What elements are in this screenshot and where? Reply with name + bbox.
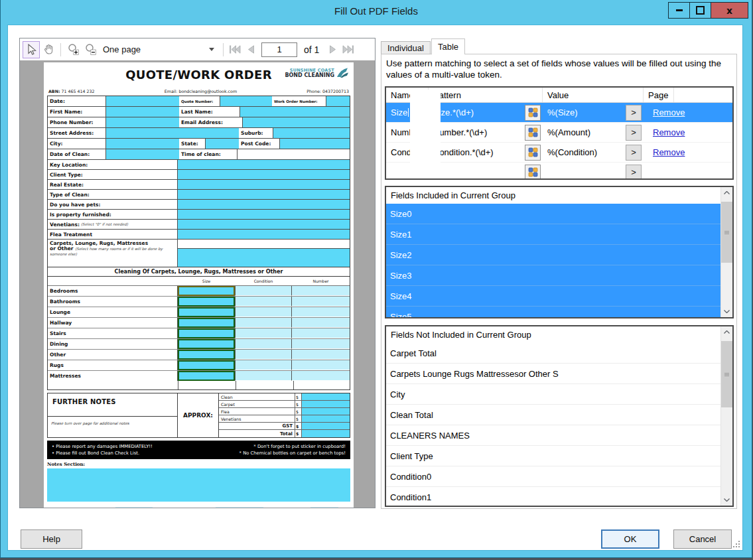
pdf-field-phone-number[interactable] [106, 117, 179, 127]
pdf-field-time-of-clean[interactable] [238, 149, 350, 159]
pdf-field-number[interactable] [292, 297, 350, 307]
close-button[interactable]: x [711, 2, 748, 19]
pdf-field-last-name[interactable] [240, 107, 350, 117]
value-token-cell[interactable]: %(Size) [543, 107, 626, 117]
page-number-input[interactable] [261, 42, 297, 57]
scrollbar-thumb[interactable] [721, 341, 732, 407]
page-cell[interactable] [410, 90, 441, 180]
included-field-item[interactable]: Size0 [386, 204, 721, 224]
token-menu-button[interactable]: > [626, 125, 642, 141]
ok-button[interactable]: OK [601, 529, 659, 549]
pdf-field-real-estate[interactable] [178, 180, 350, 189]
pdf-field-client-type[interactable] [178, 170, 350, 179]
scroll-up-button[interactable] [721, 326, 732, 338]
excluded-field-item[interactable]: Carpets Lounge Rugs Mattressesor Other S [386, 364, 721, 384]
included-field-item[interactable]: Size1 [386, 224, 721, 245]
included-field-item[interactable]: Size5 [386, 307, 721, 317]
pdf-field-quote-number[interactable] [220, 96, 272, 106]
pattern-regex-cell[interactable]: Number.*(\d+) [429, 127, 525, 137]
excluded-field-item[interactable]: Carpet Total [386, 343, 721, 364]
pdf-field-amount[interactable] [302, 401, 350, 407]
pdf-canvas[interactable]: QUOTE/WORK ORDER SUNSHINE COAST BOND CLE… [20, 60, 375, 508]
field-picker-button[interactable] [525, 165, 541, 180]
tab-table[interactable]: Table [431, 38, 465, 54]
remove-link[interactable]: Remove [653, 127, 732, 137]
pdf-field-work-order[interactable] [326, 96, 350, 106]
pattern-regex-cell[interactable]: Size.*(\d+) [429, 107, 525, 117]
pdf-field-key-location[interactable] [178, 160, 350, 169]
pdf-field-condition[interactable] [235, 339, 292, 349]
remove-link[interactable]: Remove [653, 107, 732, 117]
last-page-button[interactable] [340, 42, 356, 57]
field-picker-button[interactable] [525, 145, 541, 161]
excluded-field-item[interactable]: CLEANERS NAMES [386, 425, 721, 446]
scroll-down-button[interactable] [721, 306, 732, 317]
pdf-field-amount[interactable] [302, 430, 350, 437]
pdf-field-number[interactable] [292, 360, 350, 370]
pdf-field-suburb[interactable] [273, 128, 350, 138]
pdf-field-venetians[interactable] [178, 220, 350, 229]
pan-tool-button[interactable] [40, 41, 57, 58]
excluded-field-item[interactable]: Client Type [386, 446, 721, 466]
included-field-item[interactable]: Size4 [386, 286, 721, 307]
pdf-field-hours-for-job[interactable] [115, 507, 153, 508]
field-picker-button[interactable] [525, 125, 541, 141]
excluded-field-item[interactable]: Condition1 [386, 487, 721, 506]
excluded-field-item[interactable]: Clean Total [386, 405, 721, 425]
pdf-field-amount[interactable] [302, 408, 350, 415]
pattern-regex-cell[interactable]: Condition.*(\d+) [429, 147, 525, 157]
included-field-item[interactable]: Size3 [386, 265, 721, 286]
tab-individual[interactable]: Individual [381, 41, 431, 54]
pdf-field-size[interactable] [178, 360, 235, 370]
next-page-button[interactable] [324, 42, 340, 57]
pdf-field-total-hours[interactable] [310, 507, 338, 508]
pdf-field-condition[interactable] [235, 297, 292, 307]
pdf-field-condition[interactable] [235, 328, 292, 338]
first-page-button[interactable] [227, 42, 243, 57]
pdf-field-email-address[interactable] [243, 117, 350, 127]
pdf-field-furnished[interactable] [178, 210, 350, 219]
excluded-field-item[interactable]: City [386, 384, 721, 405]
pdf-field-condition[interactable] [235, 307, 292, 317]
pdf-field-amount[interactable] [302, 423, 350, 429]
pdf-field-condition[interactable] [235, 286, 292, 296]
pdf-field-how-many-cleaners[interactable] [216, 507, 263, 508]
pdf-field-size[interactable] [178, 307, 235, 317]
pdf-field-notes[interactable] [47, 468, 350, 502]
pdf-field-type-of-clean[interactable] [178, 190, 350, 199]
excluded-field-item[interactable]: Condition0 [386, 466, 721, 487]
pdf-field-first-name[interactable] [106, 107, 179, 117]
pdf-field-size[interactable] [178, 371, 235, 381]
title-bar[interactable]: Fill Out PDF Fields x [1, 0, 752, 25]
value-token-cell[interactable]: %(Condition) [543, 147, 626, 157]
pdf-field-number[interactable] [292, 286, 350, 296]
pdf-field-number[interactable] [292, 307, 350, 317]
minimize-button[interactable] [668, 2, 690, 19]
token-menu-button[interactable]: > [626, 145, 642, 161]
scroll-down-button[interactable] [721, 494, 732, 506]
pdf-field-condition[interactable] [235, 360, 292, 370]
field-picker-button[interactable] [525, 105, 541, 121]
pdf-field-street-address[interactable] [106, 128, 239, 138]
token-menu-button[interactable]: > [626, 105, 642, 121]
pdf-field-post-code[interactable] [280, 139, 350, 149]
pdf-field-condition[interactable] [235, 371, 292, 381]
pdf-field-size[interactable] [178, 286, 235, 296]
cancel-button[interactable]: Cancel [673, 529, 732, 549]
pdf-field-number[interactable] [292, 371, 350, 381]
pdf-field-number[interactable] [292, 328, 350, 338]
maximize-button[interactable] [689, 2, 711, 19]
pdf-field-size[interactable] [178, 318, 235, 328]
pdf-field-carpets[interactable] [178, 249, 350, 267]
pdf-field-size[interactable] [178, 297, 235, 307]
pdf-field-city[interactable] [106, 139, 179, 149]
pdf-field-amount[interactable] [302, 415, 350, 422]
pdf-field-state[interactable] [206, 139, 239, 149]
token-menu-button[interactable]: > [626, 165, 642, 180]
pdf-field-number[interactable] [292, 339, 350, 349]
help-button[interactable]: Help [21, 529, 82, 549]
pdf-field-pets[interactable] [178, 200, 350, 209]
included-scrollbar[interactable] [720, 187, 732, 317]
previous-page-button[interactable] [243, 42, 259, 57]
zoom-in-button[interactable] [64, 41, 82, 58]
